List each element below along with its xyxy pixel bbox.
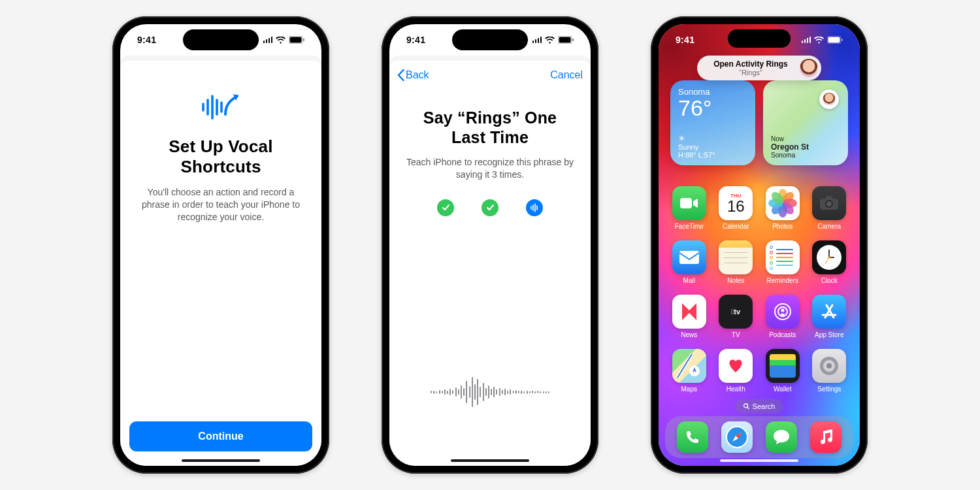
spotlight-search-button[interactable]: Search	[736, 399, 783, 414]
continue-button[interactable]: Continue	[129, 421, 312, 451]
vocal-shortcut-banner[interactable]: Open Activity Rings “Rings”	[697, 56, 821, 80]
findmy-place: Oregon St	[771, 142, 809, 152]
app-appstore[interactable]: App Store	[811, 295, 849, 338]
svg-point-37	[826, 363, 832, 368]
app-label: Reminders	[767, 277, 798, 284]
app-label: Podcasts	[769, 331, 796, 338]
app-clock[interactable]: Clock	[811, 240, 849, 284]
photos-icon	[766, 186, 800, 220]
widget-row: Sonoma 76° ☀︎ Sunny H:88° L:57° Weather …	[670, 80, 848, 165]
calendar-day: 16	[727, 199, 745, 214]
cancel-button[interactable]: Cancel	[550, 69, 583, 81]
health-icon	[719, 349, 753, 383]
weather-widget[interactable]: Sonoma 76° ☀︎ Sunny H:88° L:57° Weather	[670, 80, 755, 165]
back-label: Back	[406, 69, 429, 81]
svg-rect-16	[828, 37, 840, 43]
app-news[interactable]: News	[670, 295, 708, 338]
app-label: FaceTime	[675, 223, 704, 230]
status-right	[523, 36, 574, 44]
app-maps[interactable]: Maps	[670, 349, 708, 393]
svg-point-27	[828, 257, 830, 259]
app-health[interactable]: Health	[717, 349, 755, 393]
app-label: Photos	[772, 223, 792, 230]
app-label: Mail	[683, 277, 695, 284]
modal-sheet: Back Cancel Say “Rings” One Last Time Te…	[389, 61, 591, 466]
tv-icon: tv	[719, 295, 753, 329]
step-2-done-icon	[482, 199, 498, 216]
dock-app-safari[interactable]	[721, 421, 753, 453]
hero: Say “Rings” One Last Time Teach iPhone t…	[389, 90, 591, 216]
app-label: Wallet	[774, 385, 791, 393]
home-indicator[interactable]	[451, 459, 529, 462]
app-label: Settings	[817, 385, 841, 393]
app-label: Calendar	[723, 223, 749, 230]
app-tv[interactable]: tvTV	[717, 295, 755, 338]
mail-icon	[672, 240, 706, 274]
search-icon	[743, 403, 750, 410]
app-notes[interactable]: Notes	[717, 240, 755, 284]
back-button[interactable]: Back	[397, 69, 429, 81]
status-right	[263, 36, 305, 44]
findmy-widget[interactable]: Now Oregon St Sonoma Find My	[763, 80, 848, 165]
modal-sheet: Set Up Vocal Shortcuts You'll choose an …	[120, 61, 321, 466]
page-title: Say “Rings” One Last Time	[405, 108, 575, 147]
battery-icon	[827, 36, 843, 44]
phone-home-screen: 9:41 Open Activity Rings “Rings” Sonoma …	[651, 16, 868, 474]
svg-rect-10	[572, 39, 574, 41]
svg-line-39	[747, 408, 749, 410]
screen: 9:41 Back Cancel Say “Rings” One Last Ti…	[389, 24, 591, 466]
app-label: News	[681, 331, 697, 338]
svg-rect-17	[841, 39, 843, 41]
findmy-now-label: Now	[771, 135, 784, 142]
dock-app-music[interactable]	[810, 421, 841, 453]
app-photos[interactable]: Photos	[764, 186, 802, 230]
wallet-icon	[766, 349, 800, 383]
banner-subtitle: “Rings”	[706, 69, 795, 76]
status-time: 9:41	[406, 35, 425, 45]
nav-bar: Back Cancel	[389, 61, 591, 90]
calendar-icon: THU16	[719, 186, 753, 220]
home-indicator[interactable]	[182, 459, 260, 462]
svg-rect-2	[303, 39, 304, 41]
dock	[665, 416, 853, 458]
notch	[452, 29, 528, 50]
app-facetime[interactable]: FaceTime	[670, 186, 708, 230]
settings-icon	[812, 349, 846, 383]
app-grid: FaceTime THU16Calendar Photos Camera Mai…	[670, 186, 848, 393]
app-podcasts[interactable]: Podcasts	[764, 295, 802, 338]
appstore-icon	[812, 295, 846, 329]
page-subtitle: You'll choose an action and record a phr…	[139, 186, 302, 223]
app-label: App Store	[815, 331, 843, 338]
app-label: Maps	[681, 385, 697, 393]
app-reminders[interactable]: Reminders	[764, 240, 802, 284]
svg-rect-18	[680, 198, 692, 208]
app-label: TV	[732, 331, 740, 338]
app-mail[interactable]: Mail	[670, 240, 708, 284]
weather-condition: Sunny	[678, 143, 715, 151]
person-pin-icon	[819, 90, 839, 109]
app-label: Camera	[817, 223, 841, 230]
dock-app-messages[interactable]	[766, 421, 797, 453]
screen: 9:41	[120, 24, 321, 466]
dock-app-phone[interactable]	[677, 421, 708, 453]
phone-vocal-shortcuts-intro: 9:41	[112, 16, 329, 474]
chevron-left-icon	[397, 69, 404, 81]
svg-rect-22	[679, 251, 699, 264]
dynamic-island[interactable]	[728, 29, 791, 48]
app-calendar[interactable]: THU16Calendar	[717, 186, 755, 230]
home-indicator[interactable]	[720, 459, 798, 462]
app-settings[interactable]: Settings	[811, 349, 849, 393]
svg-rect-1	[290, 37, 302, 43]
battery-icon	[289, 36, 304, 44]
app-label: Notes	[727, 277, 744, 284]
clock-icon	[812, 240, 846, 274]
app-label: Health	[727, 385, 745, 393]
status-time: 9:41	[137, 35, 156, 45]
banner-avatar-icon	[800, 59, 818, 77]
app-wallet[interactable]: Wallet	[764, 349, 802, 393]
banner-title: Open Activity Rings	[706, 59, 795, 69]
step-3-recording-icon	[526, 199, 543, 216]
cellular-signal-icon	[802, 37, 811, 43]
maps-icon	[672, 349, 706, 383]
app-camera[interactable]: Camera	[811, 186, 849, 230]
